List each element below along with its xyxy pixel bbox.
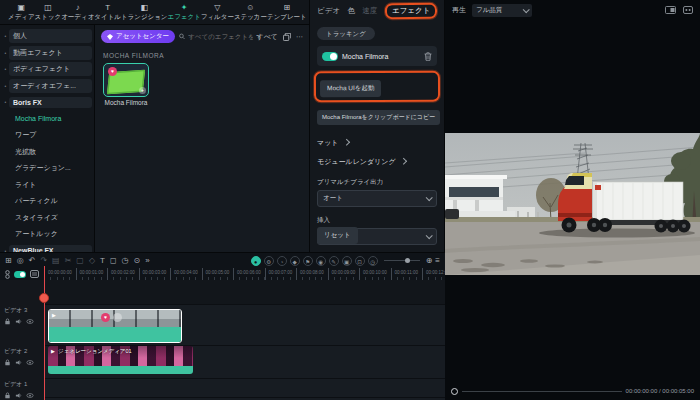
sidebar-item-light-diffusion[interactable]: • 光拡散 (2, 144, 92, 160)
undo-icon[interactable]: ↶ (29, 253, 36, 268)
text-icon[interactable]: T (100, 253, 105, 268)
launch-mocha-ui-button[interactable]: Mocha UIを起動 (320, 80, 382, 97)
pip-icon[interactable]: ⊡ (355, 256, 365, 266)
nav-audio[interactable]: ♪ オーディオ (61, 3, 94, 21)
playhead-line[interactable] (44, 266, 45, 400)
display-mode-icon[interactable] (665, 6, 676, 14)
quality-select[interactable]: フル品質 (472, 4, 532, 17)
track-options-icon[interactable] (30, 270, 39, 278)
video-preview[interactable] (445, 133, 700, 275)
sidebar-item-gradation[interactable]: • グラデーション... (2, 160, 92, 176)
nav-transition[interactable]: ◧ トランジション (121, 3, 168, 21)
mask-icon[interactable]: ▣ (342, 256, 352, 266)
sidebar-item-body-effects[interactable]: • ボディエフェクト (2, 61, 92, 77)
sidebar-item-mocha-filmora[interactable]: • Mocha Filmora (2, 111, 92, 127)
lock-icon[interactable] (4, 359, 11, 366)
tracking-subtab[interactable]: トラッキング (317, 27, 375, 40)
scrubber-handle[interactable] (451, 388, 458, 395)
playhead-handle[interactable] (39, 293, 49, 303)
sidebar-item-personal[interactable]: • 個人 (2, 28, 92, 44)
zoom-icon[interactable]: ⊙ (134, 253, 141, 268)
effect-thumbnail[interactable]: ♥ + (103, 63, 149, 97)
matte-section-row[interactable]: マット (317, 135, 437, 150)
nav-filter[interactable]: ▽ フィルター (201, 3, 234, 21)
sidebar-item-particle[interactable]: • パーティクル (2, 193, 92, 209)
link-clips-icon[interactable] (5, 270, 10, 279)
eye-icon[interactable] (26, 318, 34, 325)
auto-ripple-toggle[interactable] (14, 271, 26, 278)
delete-icon[interactable]: ▤ (52, 253, 60, 268)
sidebar-item-boris-fx[interactable]: • Boris FX (2, 94, 92, 110)
settings-icon[interactable]: ⚙ (264, 256, 274, 266)
effect-enabled-toggle[interactable] (322, 52, 338, 61)
asset-center-button[interactable]: アセットセンター (101, 30, 175, 43)
record-voiceover-button[interactable]: ● (251, 256, 261, 266)
reset-button[interactable]: リセット (317, 227, 358, 244)
tab-video[interactable]: ビデオ (317, 6, 340, 16)
lane-video-1[interactable] (44, 378, 445, 397)
nav-sticker[interactable]: ☺ ステッカー (234, 3, 267, 21)
video-frame-truck-scene (445, 133, 700, 275)
sidebar-item-newblue-fx[interactable]: • NewBlue FX (2, 243, 92, 253)
clip-truck-video[interactable]: ▶ ♥ (48, 309, 182, 343)
timeline-zoom-slider[interactable] (384, 260, 420, 261)
tab-speed[interactable]: 速度 (362, 6, 377, 16)
track-header-video-3: ビデオ 3 (0, 304, 44, 325)
track-manager-icon[interactable]: ⊞ (5, 253, 12, 268)
speed-ramp-icon[interactable]: ◔ (277, 256, 287, 266)
module-rendering-row[interactable]: モジュールレンダリング (317, 154, 437, 169)
delete-effect-icon[interactable] (424, 52, 432, 61)
bullet-icon: • (2, 33, 9, 39)
nav-media[interactable]: ▣ メディア (8, 3, 35, 21)
sidebar-item-video-effects[interactable]: • 動画エフェクト (2, 45, 92, 61)
nav-stock[interactable]: ◫ ストック (35, 3, 62, 21)
crop-icon[interactable]: ▢ (76, 253, 84, 268)
clip-play-icon: ▶ (52, 312, 56, 318)
reframe-icon[interactable]: ◻ (110, 253, 117, 268)
scrubber-track[interactable] (462, 391, 622, 392)
clip-generation-media[interactable]: ▶ ジェネレーションメディア01 (48, 346, 193, 374)
mute-icon[interactable] (15, 318, 22, 325)
play-mode-label[interactable]: 再生 (452, 5, 466, 15)
premultiply-select[interactable]: オート (317, 190, 437, 207)
sidebar-item-stylize[interactable]: • スタイライズ (2, 210, 92, 226)
sidebar-item-art-look[interactable]: • アートルック (2, 226, 92, 242)
track-height-icon[interactable]: ≡ (435, 253, 440, 268)
more-options-button[interactable]: ⋯ (296, 33, 303, 41)
sidebar-item-audio-effects[interactable]: • オーディオエフェ... (2, 78, 92, 94)
tab-color[interactable]: 色 (347, 6, 355, 16)
eye-icon[interactable] (26, 359, 34, 366)
snapshot-grid-icon[interactable] (683, 6, 693, 14)
sidebar-item-light[interactable]: • ライト (2, 177, 92, 193)
marker-icon[interactable]: ⚑ (303, 256, 313, 266)
split-icon[interactable]: ✂ (65, 253, 72, 268)
keyframe-circle-icon[interactable]: ◆ (290, 256, 300, 266)
edit-icon[interactable]: ✎ (329, 256, 339, 266)
chroma-key-icon[interactable]: ◉ (316, 256, 326, 266)
eye-icon[interactable] (26, 392, 34, 399)
timeline-ruler[interactable]: 00:00:00:0000:00:01:0000:00:02:0000:00:0… (44, 268, 445, 280)
nav-effects[interactable]: ✦ エフェクト (168, 3, 201, 21)
mute-icon[interactable] (15, 359, 22, 366)
sidebar-item-warp[interactable]: • ワープ (2, 127, 92, 143)
nav-template[interactable]: ⊞ テンプレート (267, 3, 307, 21)
keyframe-icon[interactable]: ◇ (89, 253, 95, 268)
lock-icon[interactable] (4, 392, 11, 399)
nav-title[interactable]: T タイトル (94, 3, 121, 21)
more-tools-icon[interactable]: » (145, 253, 149, 268)
collection-icon[interactable] (283, 33, 291, 41)
effect-card-mocha[interactable]: ♥ + Mocha Filmora (103, 63, 149, 106)
render-preview-icon[interactable]: ◷ (368, 256, 378, 266)
add-badge-icon[interactable]: + (139, 87, 146, 94)
nav-icon: ▽ (214, 3, 220, 13)
tab-effect[interactable]: エフェクト (385, 3, 438, 19)
effects-search-input[interactable] (188, 33, 252, 40)
lock-icon[interactable] (4, 318, 11, 325)
effects-search[interactable] (179, 33, 252, 40)
copy-to-clipboard-button[interactable]: Mocha Filmoraをクリップボードにコピー (317, 110, 440, 125)
snap-icon[interactable]: ◎ (17, 253, 24, 268)
zoom-fit-icon[interactable]: ⊕ (426, 253, 433, 268)
mute-icon[interactable] (15, 392, 22, 399)
speed-icon[interactable]: ◷ (122, 253, 129, 268)
filter-all-dropdown[interactable]: すべて (257, 32, 279, 42)
